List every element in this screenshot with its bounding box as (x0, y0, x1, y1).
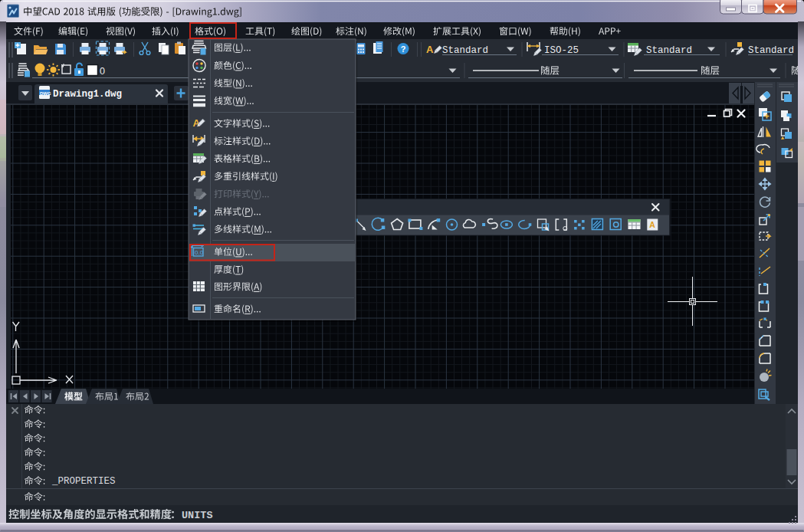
svg-text:Standard: Standard (748, 45, 794, 56)
svg-text:UNITS: UNITS (182, 510, 213, 521)
svg-text:DWG: DWG (40, 91, 51, 96)
svg-text:?: ? (401, 44, 406, 54)
svg-text:0: 0 (100, 66, 105, 77)
svg-text:ISO-25: ISO-25 (544, 45, 579, 56)
svg-text:_PROPERTIES: _PROPERTIES (51, 476, 116, 487)
svg-text:Drawing1.dwg: Drawing1.dwg (53, 89, 122, 100)
svg-text:A: A (649, 220, 655, 229)
svg-text:A: A (426, 44, 434, 55)
svg-text:Standard: Standard (646, 45, 692, 56)
svg-text:Standard: Standard (442, 45, 488, 56)
svg-text:0.0: 0.0 (195, 249, 204, 256)
